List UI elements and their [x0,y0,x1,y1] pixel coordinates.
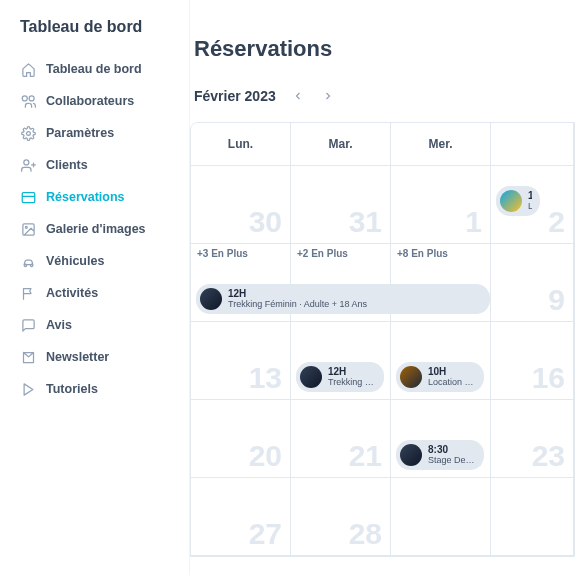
chevron-left-icon [292,90,304,102]
flag-icon [20,285,36,301]
gear-icon [20,125,36,141]
day-number: 23 [532,439,565,473]
event-time: 12H [328,367,376,378]
calendar-cell[interactable]: 23 [491,400,574,478]
calendar-day-header: Mer. [391,123,491,166]
calendar-day-header: Lun. [191,123,291,166]
next-month-button[interactable] [320,88,336,104]
calendar-day-header: Mar. [291,123,391,166]
users-icon [20,93,36,109]
event-time: 8:30 [428,445,476,456]
calendar-grid: Lun.Mar.Mer.30311212Lo6+3 En Plus7+2 En … [190,122,575,557]
user-badge-icon [20,157,36,173]
calendar-cell[interactable] [491,478,574,556]
sidebar-item-label: Collaborateurs [46,94,134,108]
day-number: 31 [349,205,382,239]
calendar-event[interactable]: 8:30Stage De Pilot... [396,440,484,470]
calendar-cell[interactable]: 20 [191,400,291,478]
month-label: Février 2023 [194,88,276,104]
more-events-label[interactable]: +2 En Plus [297,248,348,259]
day-number: 9 [548,283,565,317]
more-events-label[interactable]: +8 En Plus [397,248,448,259]
sidebar-item-label: Tableau de bord [46,62,142,76]
calendar-day-header [491,123,574,166]
main: Réservations Février 2023 Lun.Mar.Mer.30… [190,0,575,575]
calendar-event[interactable]: 12HTrekking Féminin · Adulte + 18 Ans [196,284,490,314]
sidebar-item-car[interactable]: Véhicules [12,246,177,276]
sidebar-item-home[interactable]: Tableau de bord [12,54,177,84]
sidebar-item-play[interactable]: Tutoriels [12,374,177,404]
day-number: 21 [349,439,382,473]
event-time: 12 [528,191,532,202]
calendar-cell[interactable] [391,478,491,556]
sidebar-item-image[interactable]: Galerie d'images [12,214,177,244]
calendar-cell[interactable]: 1 [391,166,491,244]
calendar-cell[interactable]: 13 [191,322,291,400]
sidebar-item-flag[interactable]: Activités [12,278,177,308]
event-title: Trekking Fami... [328,378,376,387]
avatar [200,288,222,310]
event-time: 12H [228,289,367,300]
avatar [400,444,422,466]
avatar [500,190,522,212]
calendar-cell[interactable]: 21 [291,400,391,478]
sidebar-item-users[interactable]: Collaborateurs [12,86,177,116]
calendar-cell[interactable]: 16 [491,322,574,400]
brand-title: Tableau de bord [12,18,177,54]
calendar-cell[interactable]: 27 [191,478,291,556]
nav: Tableau de bordCollaborateursParamètresC… [12,54,177,404]
day-number: 13 [249,361,282,395]
day-number: 27 [249,517,282,551]
sidebar-item-mail[interactable]: Newsletter [12,342,177,372]
calendar-event[interactable]: 12HTrekking Fami... [296,362,384,392]
event-title: Stage De Pilot... [428,456,476,465]
avatar [300,366,322,388]
chat-icon [20,317,36,333]
mail-icon [20,349,36,365]
day-number: 28 [349,517,382,551]
month-selector: Février 2023 [190,88,575,104]
sidebar-item-label: Tutoriels [46,382,98,396]
sidebar-item-card[interactable]: Réservations [12,182,177,212]
sidebar-item-label: Véhicules [46,254,104,268]
calendar-event[interactable]: 10HLocation De 2... [396,362,484,392]
chevron-right-icon [322,90,334,102]
sidebar-item-user-badge[interactable]: Clients [12,150,177,180]
prev-month-button[interactable] [290,88,306,104]
more-events-label[interactable]: +3 En Plus [197,248,248,259]
car-icon [20,253,36,269]
event-time: 10H [428,367,476,378]
sidebar-item-label: Paramètres [46,126,114,140]
day-number: 2 [548,205,565,239]
sidebar-item-gear[interactable]: Paramètres [12,118,177,148]
sidebar-item-label: Newsletter [46,350,109,364]
sidebar-item-label: Clients [46,158,88,172]
calendar-cell[interactable]: 28 [291,478,391,556]
event-title: Lo [528,202,532,211]
avatar [400,366,422,388]
image-icon [20,221,36,237]
sidebar-item-label: Activités [46,286,98,300]
day-number: 30 [249,205,282,239]
calendar-event[interactable]: 12Lo [496,186,540,216]
calendar-cell[interactable]: 31 [291,166,391,244]
day-number: 1 [465,205,482,239]
sidebar-item-label: Réservations [46,190,125,204]
sidebar-item-label: Galerie d'images [46,222,146,236]
sidebar-item-chat[interactable]: Avis [12,310,177,340]
sidebar: Tableau de bord Tableau de bordCollabora… [0,0,190,575]
event-title: Location De 2... [428,378,476,387]
event-title: Trekking Féminin · Adulte + 18 Ans [228,300,367,309]
sidebar-item-label: Avis [46,318,72,332]
card-icon [20,189,36,205]
calendar-cell[interactable]: 30 [191,166,291,244]
page-title: Réservations [190,36,575,88]
day-number: 20 [249,439,282,473]
day-number: 16 [532,361,565,395]
home-icon [20,61,36,77]
calendar-cell[interactable]: 9 [491,244,574,322]
play-icon [20,381,36,397]
